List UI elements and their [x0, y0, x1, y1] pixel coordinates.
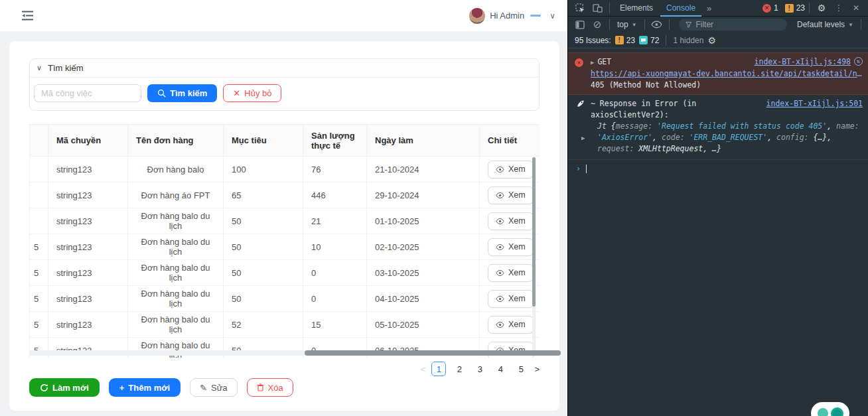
eye-icon	[496, 166, 504, 173]
page-1[interactable]: 1	[431, 362, 446, 376]
page-3[interactable]: 3	[472, 362, 487, 376]
add-button[interactable]: + Thêm mới	[109, 378, 181, 397]
search-panel-title: Tìm kiếm	[48, 63, 83, 73]
chat-widget[interactable]	[811, 402, 849, 416]
cell-order-name: Đơn hàng balo	[128, 157, 224, 182]
divider	[666, 35, 666, 46]
reveal-request-icon[interactable]: ⇅	[854, 57, 863, 66]
error-icon: ✕	[575, 58, 583, 67]
app-pane: Hi Admin ∨ ∨ Tìm kiếm	[0, 0, 567, 416]
cell-id: 5	[30, 234, 48, 260]
tab-elements[interactable]: Elements	[614, 0, 659, 17]
disclosure-triangle-icon[interactable]: ▶	[591, 59, 594, 66]
table-row[interactable]: 5 string123 Đơn hàng balo du lịch 52 15 …	[30, 312, 540, 338]
source-link[interactable]: index-BT-xIijl.js:501	[766, 98, 863, 109]
clear-console-icon[interactable]: ⊘	[589, 18, 605, 31]
table-row[interactable]: 5 string123 Đơn hàng balo du lịch 50 0 0…	[30, 260, 540, 286]
source-link[interactable]: index-BT-xIijl.js:498	[755, 56, 851, 68]
view-button[interactable]: Xem	[488, 264, 534, 282]
user-greeting: Hi Admin	[490, 11, 524, 21]
warning-icon: !	[615, 36, 624, 44]
view-button[interactable]: Xem	[488, 161, 534, 178]
cell-date: 01-10-2025	[367, 208, 480, 234]
cell-date: 03-10-2025	[367, 260, 480, 286]
refresh-button[interactable]: Làm mới	[29, 378, 100, 397]
view-button[interactable]: Xem	[488, 316, 534, 334]
view-button[interactable]: Xem	[488, 212, 534, 230]
delete-button[interactable]: Xóa	[247, 378, 293, 397]
user-menu[interactable]: Hi Admin ∨	[469, 8, 555, 24]
cell-order-name: Đơn hàng balo du lịch	[128, 208, 224, 234]
edit-button[interactable]: ✎ Sửa	[190, 378, 238, 397]
object-preview[interactable]: ▶Jt {message: 'Request failed with statu…	[591, 121, 863, 155]
table-row[interactable]: string123 Đơn hàng balo 100 76 21-10-202…	[30, 157, 540, 182]
log-levels-label: Default levels	[797, 20, 845, 29]
pencil-icon: ✎	[200, 383, 207, 393]
hidden-messages-label: 1 hidden	[673, 36, 703, 45]
disclosure-triangle-icon[interactable]: ▶	[581, 133, 585, 144]
search-button-label: Tìm kiếm	[170, 88, 207, 98]
table-row[interactable]: 5 string123 Đơn hàng balo du lịch 50 10 …	[30, 234, 540, 260]
inspect-element-icon[interactable]	[572, 1, 588, 15]
view-button[interactable]: Xem	[488, 238, 534, 256]
plus-icon: +	[119, 383, 125, 393]
log-levels-selector[interactable]: Default levels ▼	[794, 20, 857, 29]
cell-line-code: string123	[48, 182, 128, 208]
page-next-icon[interactable]: >	[534, 364, 540, 374]
table-row[interactable]: string123 Đơn hàng áo FPT 65 446 29-10-2…	[30, 182, 540, 208]
view-button[interactable]: Xem	[488, 290, 534, 308]
cell-order-name: Đơn hàng balo du lịch	[128, 260, 224, 286]
console-filter-input[interactable]	[695, 20, 780, 29]
cell-detail: Xem	[480, 286, 540, 312]
cancel-button[interactable]: ✕ Hủy bỏ	[223, 84, 281, 102]
console-log-message: index-BT-xIijl.js:501 ~ Response in Erro…	[568, 95, 868, 160]
search-panel-toggle[interactable]: ∨ Tìm kiếm	[30, 59, 539, 78]
cell-detail: Xem	[480, 234, 540, 260]
view-button-label: Xem	[508, 242, 526, 251]
warning-count-badge[interactable]: ! 23	[785, 3, 805, 13]
main-card: ∨ Tìm kiếm Tìm kiếm ✕ Hủy bỏ	[9, 41, 559, 411]
close-devtools-icon[interactable]: ✕	[848, 1, 864, 15]
table-vertical-scrollbar[interactable]	[532, 157, 536, 307]
view-button[interactable]: Xem	[488, 186, 534, 204]
table-row[interactable]: string123 Đơn hàng balo du lịch 50 21 01…	[30, 208, 540, 234]
cell-actual: 10	[303, 234, 367, 260]
page-prev-icon[interactable]: <	[421, 364, 426, 374]
kebab-menu-icon[interactable]: ⋮	[831, 1, 847, 15]
issues-message-chip[interactable]: 72	[639, 36, 659, 45]
eye-icon	[496, 321, 504, 328]
error-count-badge[interactable]: ✕ 1	[762, 3, 778, 13]
avatar	[469, 8, 485, 24]
settings-gear-icon[interactable]: ⚙	[814, 1, 830, 15]
issues-gear-icon[interactable]: ⚙	[707, 35, 716, 46]
tab-console[interactable]: Console	[660, 0, 701, 17]
page-5[interactable]: 5	[514, 362, 528, 376]
job-code-input[interactable]	[34, 84, 141, 102]
more-tabs-icon[interactable]: »	[703, 3, 715, 13]
cell-order-name: Đơn hàng balo du lịch	[128, 312, 224, 338]
view-button-label: Xem	[508, 216, 526, 226]
view-button-label: Xem	[508, 268, 526, 277]
console-prompt[interactable]: ›	[568, 160, 868, 178]
live-expression-eye-icon[interactable]	[649, 18, 665, 31]
device-toolbar-icon[interactable]	[589, 1, 605, 15]
cell-actual: 76	[303, 157, 367, 182]
eye-icon	[496, 269, 504, 277]
log-text: ~ Response in Error (in axiosClientVer2)…	[591, 99, 696, 119]
trash-icon	[257, 383, 264, 391]
menu-fold-icon[interactable]	[20, 9, 35, 23]
context-selector[interactable]: top ▼	[614, 20, 640, 29]
cell-target: 65	[224, 182, 303, 208]
cell-date: 04-10-2025	[367, 286, 480, 312]
request-url-link[interactable]: https://api-xuongmayat-dev.bancantoi.sit…	[591, 68, 863, 80]
cell-date: 29-10-2024	[367, 182, 480, 208]
eye-icon	[496, 295, 504, 303]
issues-warning-chip[interactable]: ! 23	[615, 36, 635, 45]
console-sidebar-icon[interactable]	[572, 18, 588, 31]
cell-actual: 15	[303, 312, 367, 338]
table-horizontal-scrollbar[interactable]	[305, 350, 561, 356]
table-row[interactable]: 5 string123 Đơn hàng balo du lịch 50 0 0…	[30, 286, 540, 312]
page-2[interactable]: 2	[452, 362, 467, 376]
search-button[interactable]: Tìm kiếm	[147, 84, 217, 102]
page-4[interactable]: 4	[493, 362, 508, 376]
